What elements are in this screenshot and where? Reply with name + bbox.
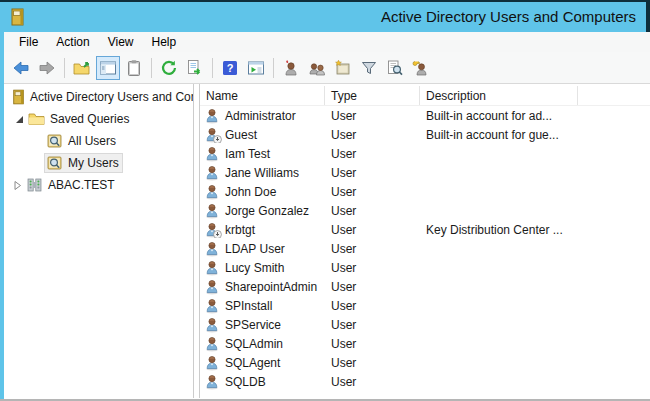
special-user-icon (412, 59, 430, 77)
column-header-filler (578, 86, 650, 105)
row-type: User (325, 356, 420, 370)
menu-view[interactable]: View (99, 33, 143, 51)
tree-item-all-users[interactable]: All Users (4, 130, 193, 152)
row-type: User (325, 375, 420, 389)
menu-file[interactable]: File (10, 33, 47, 51)
row-type: User (325, 109, 420, 123)
console-tree: Active Directory Users and Com Saved Que… (4, 84, 193, 398)
row-name: Iam Test (225, 147, 270, 161)
filter-button[interactable] (357, 56, 381, 80)
row-type: User (325, 337, 420, 351)
tree-item-root[interactable]: Active Directory Users and Com (4, 86, 193, 108)
table-row[interactable]: SQLAdmin User (200, 334, 650, 353)
new-group-button[interactable] (305, 56, 329, 80)
export-list-icon (186, 59, 204, 77)
collapsed-triangle-icon[interactable] (12, 181, 22, 190)
back-button[interactable] (9, 56, 33, 80)
table-row[interactable]: John Doe User (200, 182, 650, 201)
table-row[interactable]: SQLAgent User (200, 353, 650, 372)
refresh-button[interactable] (157, 56, 181, 80)
properties-clipboard-icon (125, 59, 143, 77)
user-icon (204, 184, 220, 200)
refresh-icon (160, 59, 178, 77)
disabled-badge-icon (213, 230, 222, 238)
user-icon (204, 241, 220, 257)
column-header-description[interactable]: Description (420, 86, 578, 105)
user-icon (204, 146, 220, 162)
expanded-triangle-icon[interactable] (14, 115, 24, 124)
saved-query-icon (46, 155, 63, 171)
table-row[interactable]: LDAP User User (200, 239, 650, 258)
show-console-tree-button[interactable] (96, 56, 120, 80)
row-name: LDAP User (225, 242, 285, 256)
row-type: User (325, 166, 420, 180)
new-group-icon (308, 59, 326, 77)
window-title: Active Directory Users and Computers (381, 2, 636, 32)
pane-splitter[interactable] (193, 84, 200, 398)
svg-text:?: ? (227, 62, 234, 74)
row-type: User (325, 299, 420, 313)
user-icon (204, 203, 220, 219)
help-button[interactable]: ? (218, 56, 242, 80)
user-icon (204, 374, 220, 390)
table-row[interactable]: Iam Test User (200, 144, 650, 163)
folder-icon (28, 111, 45, 127)
user-icon (204, 127, 220, 143)
table-row[interactable]: Guest User Built-in account for gue... (200, 125, 650, 144)
table-row[interactable]: krbtgt User Key Distribution Center ... (200, 220, 650, 239)
user-icon (204, 165, 220, 181)
toolbar-separator (151, 58, 152, 78)
row-type: User (325, 318, 420, 332)
row-type: User (325, 223, 420, 237)
row-type: User (325, 204, 420, 218)
title-bar: Active Directory Users and Computers (0, 0, 650, 32)
user-icon (204, 260, 220, 276)
table-row[interactable]: SPInstall User (200, 296, 650, 315)
find-icon (386, 59, 404, 77)
new-ou-button[interactable] (331, 56, 355, 80)
row-name: SQLDB (225, 375, 266, 389)
new-user-button[interactable] (279, 56, 303, 80)
list-header: Name Type Description (200, 86, 650, 106)
row-name: John Doe (225, 185, 276, 199)
row-name: Guest (225, 128, 257, 142)
table-row[interactable]: SPService User (200, 315, 650, 334)
row-name: SharepointAdmin (225, 280, 317, 294)
up-one-level-button[interactable] (70, 56, 94, 80)
tree-item-label: ABAC.TEST (48, 178, 115, 192)
tree-item-saved-queries[interactable]: Saved Queries (4, 108, 193, 130)
action-pane-button[interactable] (244, 56, 268, 80)
row-description: Built-in account for gue... (420, 128, 578, 142)
row-name: SPInstall (225, 299, 272, 313)
saved-query-icon (46, 133, 63, 149)
up-one-level-icon (73, 59, 91, 77)
find-button[interactable] (383, 56, 407, 80)
row-name: Lucy Smith (225, 261, 284, 275)
table-row[interactable]: Jane Williams User (200, 163, 650, 182)
help-icon: ? (221, 59, 239, 77)
disabled-badge-icon (213, 135, 222, 143)
toolbar-separator (64, 58, 65, 78)
column-header-type[interactable]: Type (325, 86, 420, 105)
table-row[interactable]: SQLDB User (200, 372, 650, 391)
properties-button[interactable] (122, 56, 146, 80)
toolbar-separator (212, 58, 213, 78)
table-row[interactable]: Administrator User Built-in account for … (200, 106, 650, 125)
results-list: Name Type Description Administrator User… (200, 84, 650, 398)
table-row[interactable]: Lucy Smith User (200, 258, 650, 277)
menu-help[interactable]: Help (143, 33, 186, 51)
column-header-name[interactable]: Name (200, 86, 325, 105)
tree-item-abac-test[interactable]: ABAC.TEST (4, 174, 193, 196)
row-name: krbtgt (225, 223, 255, 237)
row-type: User (325, 261, 420, 275)
forward-button[interactable] (35, 56, 59, 80)
table-row[interactable]: SharepointAdmin User (200, 277, 650, 296)
menu-action[interactable]: Action (47, 33, 98, 51)
special-user-button[interactable] (409, 56, 433, 80)
list-rows: Administrator User Built-in account for … (200, 106, 650, 391)
table-row[interactable]: Jorge Gonzalez User (200, 201, 650, 220)
export-list-button[interactable] (183, 56, 207, 80)
tree-item-my-users[interactable]: My Users (4, 152, 193, 174)
new-ou-icon (334, 59, 352, 77)
selected-tree-item: My Users (44, 153, 123, 173)
